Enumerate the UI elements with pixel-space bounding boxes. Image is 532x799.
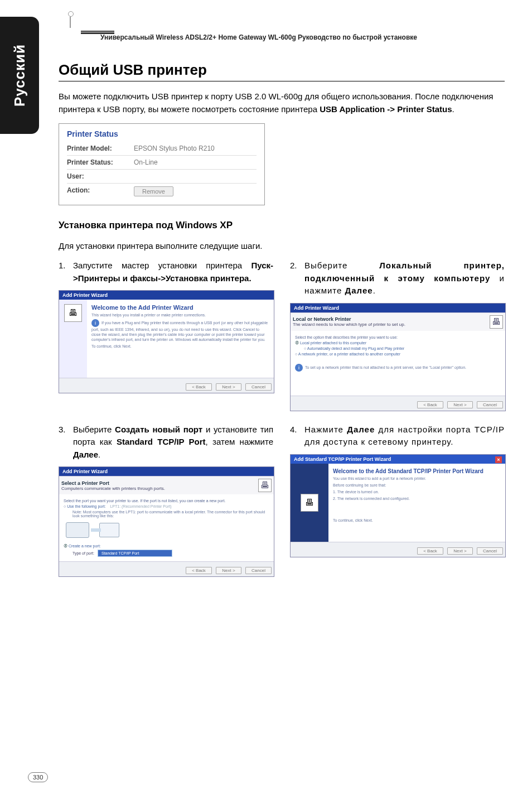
wizard-body: Select the option that describes the pri…	[291, 331, 505, 396]
step-number: 3.	[59, 423, 73, 461]
wizard-subtext: This wizard helps you install a printer …	[91, 312, 269, 317]
intro-paragraph: Вы можете подключить USB принтер к порту…	[59, 90, 505, 115]
wizard-heading: Welcome to the Add Standard TCP/IP Print…	[333, 468, 501, 474]
language-label: Русский	[11, 44, 28, 107]
wizard-continue: To continue, click Next.	[91, 344, 269, 349]
wizard-info-text: If you have a Plug and Play printer that…	[91, 321, 268, 341]
step-1: 1. Запустите мастер установки принтера П…	[59, 259, 273, 285]
info-icon: i	[295, 364, 303, 372]
wizard-body: Select the port you want your printer to…	[59, 494, 274, 561]
wizard-footer: < Back Next > Cancel	[59, 561, 274, 576]
close-icon[interactable]: ×	[495, 456, 502, 463]
step-text-bold: Далее	[345, 286, 373, 295]
cancel-button[interactable]: Cancel	[477, 547, 503, 555]
wizard-heading: Select a Printer Port	[61, 480, 165, 486]
step-text-bold: Далее	[347, 425, 375, 434]
radio-local-printer[interactable]: Local printer attached to this computer	[295, 341, 501, 345]
next-button[interactable]: Next >	[447, 547, 472, 555]
mini-printer-icon	[99, 523, 119, 537]
wizard-heading: Welcome to the Add Printer Wizard	[91, 304, 269, 311]
radio-label: Use the following port:	[67, 504, 105, 508]
document-header: Универсальный Wireless ADSL2/2+ Home Gat…	[100, 33, 417, 41]
wizard-footer: < Back Next > Cancel	[291, 396, 505, 411]
radio-create-port[interactable]: Create a new port:	[64, 544, 269, 548]
section-title: Общий USB принтер	[59, 61, 505, 79]
wizard-prereq: Before continuing be sure that:	[333, 483, 501, 488]
network-printer-icon: 🖶	[301, 494, 318, 512]
step-number: 2.	[290, 259, 304, 297]
wizard-titlebar: Add Printer Wizard	[59, 291, 274, 300]
port-type-label: Type of port:	[72, 551, 94, 555]
wizard-welcome: Add Printer Wizard 🖶 Welcome to the Add …	[59, 290, 274, 393]
printer-status-title: Printer Status	[67, 129, 257, 138]
step-number: 4.	[290, 423, 304, 449]
wizard-prereq-2: 2. The network is connected and configur…	[333, 496, 501, 501]
wizard-select-port: Add Printer Wizard Select a Printer Port…	[59, 466, 274, 577]
wizard-tcpip-port: Add Standard TCP/IP Printer Port Wizard …	[290, 454, 506, 557]
step-text: Запустите мастер установки принтера	[73, 261, 251, 270]
step-text: .	[373, 286, 376, 295]
wizard-heading: Local or Network Printer	[293, 316, 405, 322]
step-number: 1.	[59, 259, 73, 285]
step-text-bold: Далее	[73, 450, 98, 459]
step-text: Выберите	[73, 425, 115, 434]
wizard-sidebar: 🖶	[59, 300, 87, 378]
printer-status-value: On-Line	[134, 158, 158, 166]
step-4: 4. Нажмите Далее для настройки порта TCP…	[290, 423, 505, 449]
printer-icon: 🖶	[258, 479, 272, 492]
cancel-button[interactable]: Cancel	[477, 401, 503, 408]
install-lead: Для установки принтера выполните следущи…	[59, 241, 505, 251]
wizard-question: Select the port you want your printer to…	[64, 499, 269, 503]
printer-status-panel: Printer Status Printer Model: EPSON Styl…	[59, 123, 265, 205]
wizard-question: Select the option that describes the pri…	[295, 335, 501, 339]
step-text: Нажмите	[304, 425, 347, 434]
wizard-sidebar: 🖶	[291, 464, 328, 542]
intro-end: .	[452, 104, 454, 114]
language-tab: Русский	[0, 17, 39, 134]
wizard-continue: To continue, click Next.	[333, 518, 501, 523]
wizard-prereq-1: 1. The device is turned on.	[333, 489, 501, 494]
step-text-bold: Standard TCP/IP Port	[117, 437, 206, 446]
printer-icon: 🖶	[64, 304, 82, 322]
radio-network-printer[interactable]: A network printer, or a printer attached…	[295, 352, 501, 356]
wizard-subtext: The wizard needs to know which type of p…	[293, 322, 405, 327]
step-text: Выберите	[304, 261, 379, 270]
next-button[interactable]: Next >	[447, 401, 472, 408]
radio-use-port[interactable]: Use the following port: LPT1: (Recommend…	[64, 504, 269, 508]
info-icon: i	[91, 319, 99, 327]
printer-model-value: EPSON Stylus Photo R210	[134, 145, 215, 152]
cancel-button[interactable]: Cancel	[245, 383, 272, 391]
back-button[interactable]: < Back	[417, 401, 443, 408]
printer-user-label: User:	[67, 172, 134, 180]
wizard-footer: < Back Next > Cancel	[291, 542, 505, 557]
intro-bold: USB Application -> Printer Status	[320, 104, 452, 114]
wizard-subtext: Computers communicate with printers thro…	[61, 486, 165, 491]
printer-model-label: Printer Model:	[67, 145, 134, 152]
page-number: 330	[28, 772, 48, 782]
checkbox-auto-detect[interactable]: Automatically detect and install my Plug…	[304, 346, 501, 350]
wizard-hint: To set up a network printer that is not …	[305, 365, 466, 369]
printer-icon: 🖶	[490, 315, 503, 329]
wizard-subheader: Select a Printer Port Computers communic…	[59, 476, 274, 494]
printer-action-label: Action:	[67, 186, 134, 196]
wizard-subtext: You use this wizard to add a port for a …	[333, 476, 501, 481]
back-button[interactable]: < Back	[417, 547, 443, 555]
cancel-button[interactable]: Cancel	[245, 567, 272, 574]
back-button[interactable]: < Back	[186, 383, 212, 391]
header-rule	[81, 31, 114, 32]
wizard-local-network: Add Printer Wizard Local or Network Prin…	[290, 303, 506, 411]
printer-status-label: Printer Status:	[67, 158, 134, 166]
remove-button[interactable]: Remove	[134, 186, 173, 196]
wizard-titlebar: Add Printer Wizard	[59, 467, 274, 476]
wizard-titlebar-text: Add Standard TCP/IP Printer Port Wizard	[294, 456, 391, 462]
port-dropdown[interactable]: LPT1: (Recommended Printer Port)	[110, 504, 171, 508]
next-button[interactable]: Next >	[216, 567, 241, 574]
port-type-select[interactable]: Standard TCP/IP Port	[98, 550, 172, 557]
wizard-info: iIf you have a Plug and Play printer tha…	[91, 319, 269, 342]
back-button[interactable]: < Back	[186, 567, 212, 574]
next-button[interactable]: Next >	[216, 383, 241, 391]
step-text: , затем нажмите	[206, 437, 273, 446]
step-3: 3. Выберите Создать новый порт и установ…	[59, 423, 273, 461]
wizard-note: Note: Most computers use the LPT1: port …	[72, 510, 269, 518]
step-text-bold: Создать новый порт	[115, 425, 202, 434]
